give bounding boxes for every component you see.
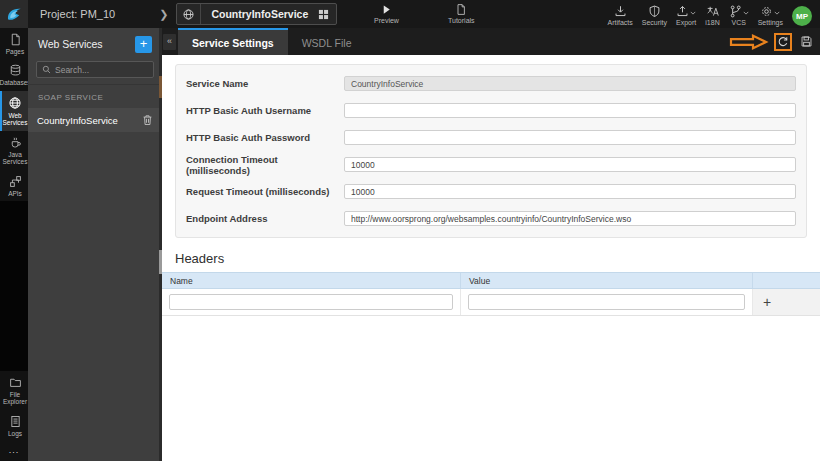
- export-button[interactable]: Export: [676, 2, 696, 26]
- service-item-label: CountryInfoService: [37, 115, 118, 126]
- chevron-down-icon: [774, 11, 780, 15]
- soap-service-section-label: SOAP SERVICE: [28, 84, 162, 108]
- user-avatar[interactable]: MP: [792, 6, 812, 26]
- headers-section-title: Headers: [175, 251, 808, 266]
- service-settings-page: Service Name HTTP Basic Auth Username HT…: [162, 55, 820, 461]
- coffee-cup-icon: [9, 136, 22, 149]
- page-icon: [9, 33, 22, 46]
- shield-icon: [648, 5, 661, 18]
- field-label-endpoint-address: Endpoint Address: [186, 213, 344, 224]
- search-input[interactable]: [55, 65, 148, 75]
- service-settings-form: Service Name HTTP Basic Auth Username HT…: [175, 64, 807, 238]
- basic-auth-password-input[interactable]: [344, 130, 796, 145]
- project-label: Project: PM_10: [40, 8, 115, 20]
- sidebar-item-apis[interactable]: APIs: [0, 170, 28, 201]
- translate-icon: [706, 5, 720, 18]
- annotation-arrow-icon: [729, 34, 769, 50]
- add-service-button[interactable]: +: [135, 36, 152, 53]
- tab-service-settings[interactable]: Service Settings: [178, 28, 288, 55]
- sidebar-item-logs[interactable]: Logs: [0, 410, 28, 441]
- chevron-down-icon: [743, 11, 749, 15]
- endpoint-address-input[interactable]: [344, 211, 796, 226]
- tab-wsdl-file[interactable]: WSDL File: [288, 28, 366, 55]
- header-value-input[interactable]: [468, 294, 745, 310]
- sidebar-item-databases[interactable]: Databases: [0, 59, 28, 90]
- connection-timeout-input[interactable]: [344, 157, 796, 172]
- panel-title: Web Services: [38, 38, 103, 50]
- log-file-icon: [9, 415, 22, 428]
- field-label-service-name: Service Name: [186, 78, 344, 89]
- topbar-actions: Artifacts Security Export: [607, 2, 820, 26]
- headers-table: Name Value +: [162, 272, 820, 316]
- globe-icon: [177, 4, 201, 24]
- web-services-panel: Web Services + SOAP SERVICE CountryInfoS…: [28, 28, 162, 461]
- service-breadcrumb-chip[interactable]: CountryInfoService: [176, 3, 337, 25]
- save-button[interactable]: [797, 33, 815, 51]
- tab-bar: « Service Settings WSDL File: [162, 28, 820, 55]
- security-button[interactable]: Security: [642, 2, 667, 26]
- git-branch-icon: [729, 5, 742, 18]
- api-connector-icon: [9, 175, 22, 188]
- headers-table-header: Name Value: [162, 272, 820, 289]
- table-row: +: [162, 289, 820, 316]
- collapse-panel-button[interactable]: «: [163, 34, 176, 50]
- save-floppy-icon: [800, 35, 813, 48]
- add-header-row-button[interactable]: +: [763, 295, 771, 309]
- vcs-button[interactable]: VCS: [729, 2, 749, 26]
- document-icon: [455, 3, 467, 16]
- artifacts-button[interactable]: Artifacts: [607, 2, 632, 26]
- header-name-input[interactable]: [169, 294, 453, 310]
- preview-button[interactable]: Preview: [374, 3, 399, 24]
- panel-scrollbar-thumb[interactable]: [159, 76, 162, 98]
- search-icon: [42, 65, 51, 74]
- gear-icon: [760, 5, 773, 18]
- top-bar: Project: PM_10 ❯ CountryInfoService Prev…: [0, 0, 820, 28]
- wavemaker-logo-icon: [5, 5, 23, 23]
- trash-icon[interactable]: [142, 114, 153, 126]
- service-name-input: [344, 76, 796, 91]
- more-options-button[interactable]: ...: [0, 441, 28, 461]
- refresh-icon: [777, 36, 789, 48]
- column-header-value: Value: [461, 273, 753, 288]
- request-timeout-input[interactable]: [344, 184, 796, 199]
- folder-icon: [9, 376, 22, 389]
- column-header-actions: [753, 273, 820, 288]
- chevron-down-icon: [690, 11, 696, 15]
- globe-icon: [8, 96, 22, 110]
- left-icon-rail: Pages Databases Web Services Java Servic…: [0, 28, 28, 461]
- refresh-service-button[interactable]: [774, 33, 792, 51]
- breadcrumb-chevron-icon: ❯: [159, 8, 168, 21]
- app-logo[interactable]: [0, 0, 28, 28]
- tutorials-button[interactable]: Tutorials: [448, 3, 475, 24]
- main-content: « Service Settings WSDL File: [162, 28, 820, 461]
- field-label-request-timeout: Request Timeout (milliseconds): [186, 186, 344, 197]
- grid-menu-icon[interactable]: [318, 9, 336, 20]
- database-icon: [9, 64, 22, 77]
- rail-spacer: [0, 201, 28, 370]
- settings-button[interactable]: Settings: [758, 2, 783, 26]
- breadcrumb-service-name: CountryInfoService: [201, 8, 318, 20]
- sidebar-item-file-explorer[interactable]: File Explorer: [0, 371, 28, 410]
- service-search[interactable]: [36, 61, 154, 78]
- panel-scrollbar-thumb[interactable]: [159, 250, 162, 274]
- upload-icon: [676, 5, 689, 18]
- sidebar-item-pages[interactable]: Pages: [0, 28, 28, 59]
- sidebar-item-java-services[interactable]: Java Services: [0, 131, 28, 170]
- sidebar-item-web-services[interactable]: Web Services: [0, 91, 28, 131]
- download-icon: [614, 5, 627, 18]
- play-icon: [380, 3, 392, 16]
- app-window: Project: PM_10 ❯ CountryInfoService Prev…: [0, 0, 820, 461]
- i18n-button[interactable]: i18N: [705, 2, 719, 26]
- field-label-password: HTTP Basic Auth Password: [186, 132, 344, 143]
- column-header-name: Name: [162, 273, 461, 288]
- service-list-item[interactable]: CountryInfoService: [28, 108, 162, 132]
- field-label-username: HTTP Basic Auth Username: [186, 105, 344, 116]
- field-label-connection-timeout: Connection Timeout (milliseconds): [186, 154, 344, 176]
- basic-auth-username-input[interactable]: [344, 103, 796, 118]
